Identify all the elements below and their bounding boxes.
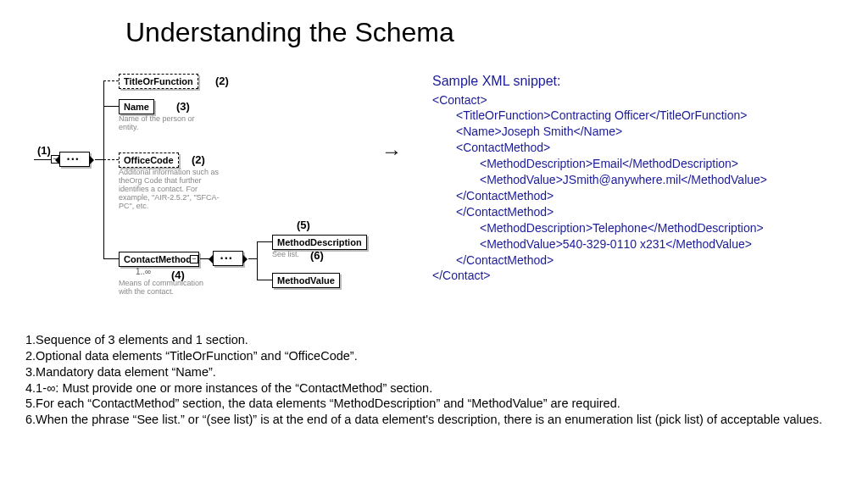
xml-line: </ContactMethod> [432, 188, 767, 204]
schema-diagram: − ••• (1) TitleOrFunction (2) Name (3) N… [34, 68, 424, 305]
note-2: 2.Optional data elements “TitleOrFunctio… [25, 348, 843, 364]
desc-name: Name of the person or entity. [119, 115, 212, 132]
node-method-value: MethodValue [272, 273, 340, 288]
note-4: 4.1-∞: Must provide one or more instance… [25, 380, 843, 396]
sequence-box-root: ••• [59, 152, 90, 167]
note-6: 6.When the phrase “See list.” or “(see l… [25, 412, 843, 428]
xml-line: <ContactMethod> [432, 140, 767, 156]
note-1: 1.Sequence of 3 elements and 1 section. [25, 332, 843, 348]
xml-line: </ContactMethod> [432, 204, 767, 220]
sequence-box-cm: ••• [213, 251, 243, 266]
node-method-description: MethodDescription [272, 235, 367, 250]
xml-line: <MethodDescription>Email</MethodDescript… [432, 156, 767, 172]
arrow-icon: → [381, 140, 402, 164]
expand-toggle-cm: − [190, 255, 198, 263]
desc-office-code: Additonal information such as theOrg Cod… [119, 169, 225, 210]
xml-line: <MethodValue>JSmith@anywhere.mil</Method… [432, 172, 767, 188]
annotation-3: (3) [176, 100, 190, 113]
xml-line: <MethodDescription>Telephone</MethodDesc… [432, 220, 767, 236]
node-name: Name [119, 99, 154, 114]
xml-line: </ContactMethod> [432, 252, 767, 269]
explanation-notes: 1.Sequence of 3 elements and 1 section. … [25, 332, 843, 428]
desc-contact-method: Means of communication with the contact. [119, 280, 212, 297]
note-3: 3.Mandatory data element “Name”. [25, 364, 843, 380]
page-title: Understanding the Schema [125, 17, 454, 48]
xml-line: <Contact> [432, 92, 767, 108]
annotation-1: (1) [37, 144, 51, 157]
annotation-5: (5) [297, 219, 310, 231]
note-5: 5.For each “ContactMethod” section, the … [25, 396, 843, 412]
node-title-or-function: TitleOrFunction [119, 74, 198, 89]
xml-line: <TitleOrFunction>Contracting Officer</Ti… [432, 108, 767, 124]
xml-header: Sample XML snippet: [432, 72, 767, 91]
node-contact-method: ContactMethod [119, 252, 199, 267]
sample-xml-block: Sample XML snippet: <Contact> <TitleOrFu… [432, 72, 767, 284]
node-office-code: OfficeCode [119, 152, 179, 168]
xml-line: </Contact> [432, 268, 767, 284]
annotation-2a: (2) [215, 75, 229, 87]
annotation-2b: (2) [192, 153, 205, 166]
xml-line: <MethodValue>540-329-0110 x231</MethodVa… [432, 236, 767, 252]
annotation-6: (6) [310, 249, 324, 262]
xml-line: <Name>Joseph Smith</Name> [432, 124, 767, 140]
cardinality-contact-method: 1..∞ [136, 267, 151, 276]
